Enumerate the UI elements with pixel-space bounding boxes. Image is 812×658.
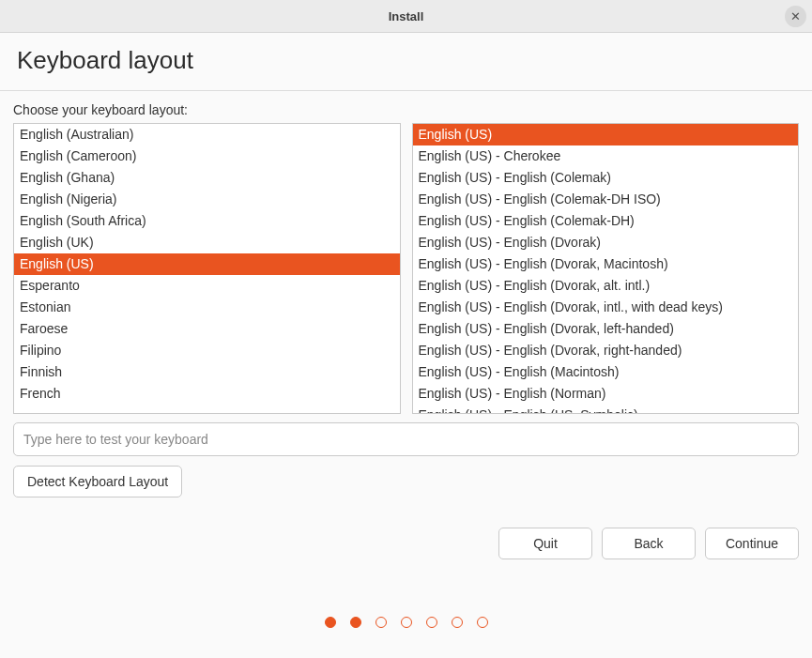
variant-item[interactable]: English (US) - Cherokee xyxy=(413,145,799,167)
layout-item[interactable]: Filipino xyxy=(14,340,400,361)
continue-button[interactable]: Continue xyxy=(705,528,799,559)
variant-item[interactable]: English (US) - English (Colemak-DH ISO) xyxy=(413,189,799,210)
layout-item[interactable]: English (UK) xyxy=(14,232,400,253)
layout-item[interactable]: English (Cameroon) xyxy=(14,145,400,167)
variant-item[interactable]: English (US) xyxy=(413,124,799,145)
layout-item[interactable]: English (Nigeria) xyxy=(14,189,400,210)
layout-item[interactable]: English (Australian) xyxy=(14,124,400,145)
layout-item[interactable]: Finnish xyxy=(14,361,400,383)
close-button[interactable]: ✕ xyxy=(785,6,806,27)
layout-item[interactable]: French xyxy=(14,383,400,405)
quit-button[interactable]: Quit xyxy=(498,528,592,559)
progress-dot xyxy=(452,617,463,628)
progress-dot xyxy=(401,617,412,628)
variant-item[interactable]: English (US) - English (Dvorak, Macintos… xyxy=(413,253,799,275)
window-title: Install xyxy=(389,9,424,23)
page-title: Keyboard layout xyxy=(17,46,795,75)
layout-item[interactable]: Estonian xyxy=(14,297,400,318)
variant-item[interactable]: English (US) - English (Dvorak, alt. int… xyxy=(413,275,799,297)
titlebar: Install ✕ xyxy=(0,0,812,33)
layout-lists: English (Australian)English (Cameroon)En… xyxy=(13,123,799,414)
layout-item[interactable]: Faroese xyxy=(14,318,400,340)
layout-item[interactable]: Esperanto xyxy=(14,275,400,297)
progress-dot xyxy=(375,617,387,628)
instruction-label: Choose your keyboard layout: xyxy=(13,102,799,117)
variant-item[interactable]: English (US) - English (Dvorak) xyxy=(413,232,799,253)
variant-item[interactable]: English (US) - English (Colemak-DH) xyxy=(413,210,799,232)
progress-dot xyxy=(325,617,336,628)
variant-item[interactable]: English (US) - English (Dvorak, intl., w… xyxy=(413,297,799,318)
variant-item[interactable]: English (US) - English (Colemak) xyxy=(413,167,799,189)
layout-item[interactable]: English (South Africa) xyxy=(14,210,400,232)
variant-listbox[interactable]: English (US)English (US) - CherokeeEngli… xyxy=(412,123,800,414)
variant-item[interactable]: English (US) - English (Dvorak, right-ha… xyxy=(413,340,799,361)
progress-dot xyxy=(350,617,361,628)
layout-listbox[interactable]: English (Australian)English (Cameroon)En… xyxy=(13,123,401,414)
keyboard-test-input[interactable] xyxy=(13,422,799,456)
progress-dots xyxy=(0,594,812,658)
progress-dot xyxy=(426,617,437,628)
back-button[interactable]: Back xyxy=(602,528,696,559)
layout-item[interactable]: English (Ghana) xyxy=(14,167,400,189)
variant-item[interactable]: English (US) - English (Dvorak, left-han… xyxy=(413,318,799,340)
variant-item[interactable]: English (US) - English (Macintosh) xyxy=(413,361,799,383)
nav-buttons: Quit Back Continue xyxy=(13,528,799,559)
variant-item[interactable]: English (US) - English (US, Symbolic) xyxy=(413,405,799,414)
close-icon: ✕ xyxy=(790,9,801,23)
variant-item[interactable]: English (US) - English (Norman) xyxy=(413,383,799,405)
main-content: Choose your keyboard layout: English (Au… xyxy=(0,91,812,594)
detect-layout-button[interactable]: Detect Keyboard Layout xyxy=(13,466,182,497)
progress-dot xyxy=(477,617,488,628)
page-header: Keyboard layout xyxy=(0,33,812,91)
layout-item[interactable]: English (US) xyxy=(14,253,400,275)
